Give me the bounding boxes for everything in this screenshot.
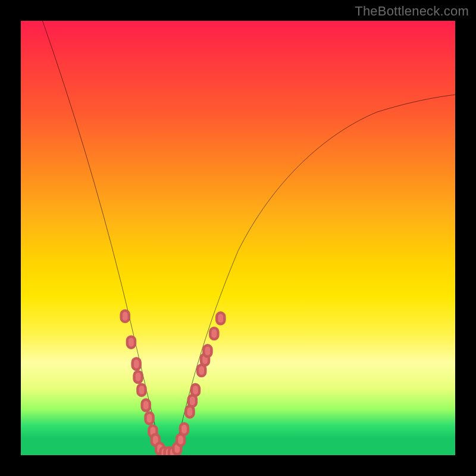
plot-area [21, 21, 455, 455]
bead-marker [180, 424, 188, 435]
bead-marker [203, 345, 211, 356]
bead-marker [134, 371, 142, 383]
curve-layer [21, 21, 455, 455]
bead-marker [210, 328, 218, 339]
bead-marker [192, 384, 199, 396]
bead-marker [127, 337, 135, 348]
bead-marker [133, 358, 140, 369]
bead-marker [121, 311, 129, 322]
bottleneck-curve [43, 21, 456, 453]
bead-marker [177, 434, 184, 446]
bead-marker [142, 400, 150, 411]
chart-stage: TheBottleneck.com [0, 0, 476, 476]
watermark-text: TheBottleneck.com [355, 4, 469, 19]
bead-marker [146, 412, 154, 424]
bead-marker [198, 365, 205, 376]
bead-marker [137, 384, 145, 396]
bead-marker [217, 313, 224, 324]
curve-beads [121, 311, 225, 455]
